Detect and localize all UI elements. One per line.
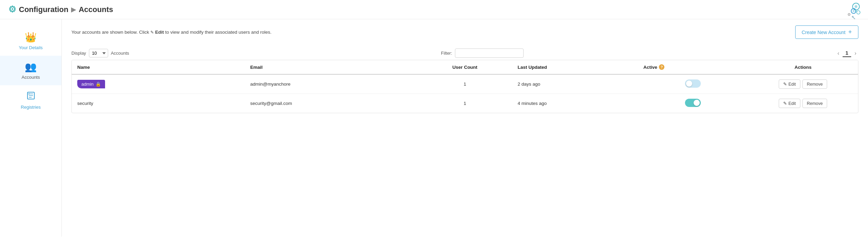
account-email-admin: admin@myanchore [245,74,418,94]
edit-icon-admin: ✎ [783,82,787,87]
breadcrumb-page: Accounts [79,5,113,14]
edit-button-security[interactable]: ✎ Edit [779,99,800,108]
active-label: Active [643,65,658,70]
edit-label-admin: Edit [788,82,796,87]
svg-point-6 [857,11,860,14]
edit-label-security: Edit [788,101,796,106]
account-actions-admin: ✎ Edit Remove [748,74,858,94]
controls-row: Display 10 25 50 100 Accounts Filter: ‹ … [71,45,858,60]
edit-icon-inline: ✎ [150,30,154,35]
sidebar-label-registries: Registries [21,105,41,110]
svg-rect-13 [28,93,30,95]
account-usercount-admin: 1 [418,74,512,94]
gear-icon: ⚙ [8,4,16,15]
create-new-account-button[interactable]: Create New Account + [795,25,858,39]
svg-text:⚙: ⚙ [847,12,851,17]
info-bar: Your accounts are shown below. Click ✎ E… [62,19,868,45]
col-header-actions: Actions [748,60,858,74]
accounts-icon: 👥 [25,61,37,73]
remove-label-security: Remove [807,101,823,106]
info-text: Your accounts are shown below. Click ✎ E… [71,30,272,35]
info-text-2: to view and modify their associated user… [165,30,272,35]
col-header-lastupdated: Last Updated [512,60,638,74]
breadcrumb-arrow: ▶ [71,6,76,13]
robot-decoration: ⚙ 🔧 [837,1,861,21]
plus-icon: + [848,29,852,36]
admin-badge-label: admin [81,82,93,87]
filter-input[interactable] [455,48,524,58]
svg-point-3 [853,10,855,12]
sidebar-item-accounts[interactable]: 👥 Accounts [0,56,61,85]
current-page: 1 [843,49,851,57]
sidebar-item-your-details[interactable]: 👑 Your Details [0,26,61,56]
edit-icon-security: ✎ [783,101,787,106]
table-row: admin 🔒 admin@myanchore 1 2 days ago [72,74,858,94]
account-lastupdated-security: 4 minutes ago [512,94,638,113]
accounts-count-label: Accounts [111,51,129,56]
display-label: Display [71,51,86,56]
layout: 👑 Your Details 👥 Accounts Registries [0,19,868,237]
account-usercount-security: 1 [418,94,512,113]
display-group: Display 10 25 50 100 Accounts [71,49,129,57]
sidebar: 👑 Your Details 👥 Accounts Registries [0,19,62,237]
account-active-admin [638,74,748,94]
header: ⚙ Configuration ▶ Accounts ⚙ 🔧 [0,0,868,19]
content-area: Display 10 25 50 100 Accounts Filter: ‹ … [62,45,868,121]
account-name-admin: admin 🔒 [72,74,245,94]
remove-button-admin[interactable]: Remove [802,79,827,89]
create-button-label: Create New Account [802,30,846,35]
col-header-usercount: User Count [418,60,512,74]
table-header-row: Name Email User Count Last Updated Activ… [72,60,858,74]
account-actions-security: ✎ Edit Remove [748,94,858,113]
remove-label-admin: Remove [807,82,823,87]
account-email-security: security@gmail.com [245,94,418,113]
sidebar-label-accounts: Accounts [22,75,40,80]
breadcrumb: ⚙ Configuration ▶ Accounts [8,4,113,15]
sidebar-item-registries[interactable]: Registries [0,85,61,115]
active-toggle-admin[interactable] [685,79,701,88]
lock-icon: 🔒 [95,82,101,87]
accounts-table-wrapper: Name Email User Count Last Updated Activ… [71,60,858,113]
account-name-security: security [72,94,245,113]
info-text-1: Your accounts are shown below. Click [71,30,150,35]
edit-button-admin[interactable]: ✎ Edit [779,79,800,89]
account-active-security [638,94,748,113]
sidebar-label-your-details: Your Details [19,45,43,50]
account-lastupdated-admin: 2 days ago [512,74,638,94]
active-toggle-security[interactable] [685,99,701,107]
col-header-email: Email [245,60,418,74]
svg-text:🔧: 🔧 [852,15,856,20]
admin-badge: admin 🔒 [77,80,105,88]
registries-icon [26,91,36,102]
edit-label-inline: Edit [155,30,164,35]
display-select[interactable]: 10 25 50 100 [89,49,108,57]
active-help-icon[interactable]: ? [659,64,664,70]
crown-icon: 👑 [25,32,37,43]
svg-point-1 [855,5,857,8]
table-row: security security@gmail.com 1 4 minutes … [72,94,858,113]
filter-label: Filter: [441,51,452,56]
remove-button-security[interactable]: Remove [802,99,827,108]
accounts-table: Name Email User Count Last Updated Activ… [72,60,858,113]
breadcrumb-section: Configuration [19,5,68,14]
main-content: Your accounts are shown below. Click ✎ E… [62,19,868,237]
col-header-name: Name [72,60,245,74]
prev-page-button[interactable]: ‹ [835,50,841,57]
pagination: ‹ 1 › [835,49,858,57]
filter-group: Filter: [441,48,524,58]
col-header-active: Active ? [638,60,748,74]
next-page-button[interactable]: › [853,50,858,57]
